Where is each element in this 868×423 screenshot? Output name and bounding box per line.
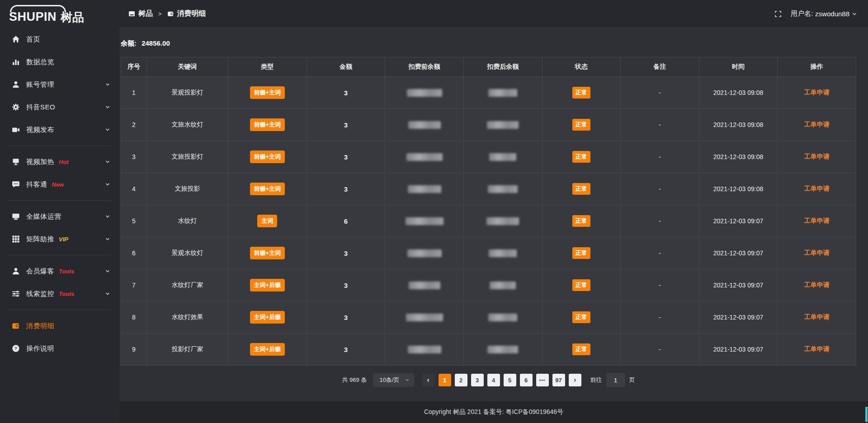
cell-status: 正常 <box>542 109 621 141</box>
sidebar-item-media-ops[interactable]: 全媒体运营 <box>0 205 119 228</box>
cell-balance-before <box>385 205 464 237</box>
cell-status: 正常 <box>542 237 621 269</box>
sidebar-item-clue-monitor[interactable]: 线索监控Tools <box>0 282 119 305</box>
table-row: 2文旅水纹灯前缀+主词3正常-2021-12-03 09:08工单申请 <box>121 109 856 141</box>
sidebar-item-consumption[interactable]: 消费明细 <box>0 315 119 337</box>
cell-index: 5 <box>121 205 147 237</box>
breadcrumb-separator: > <box>158 10 162 17</box>
status-badge: 正常 <box>572 87 590 99</box>
status-badge: 正常 <box>572 151 590 163</box>
sidebar-item-home[interactable]: 首页 <box>0 28 119 51</box>
table-row: 6景观水纹灯前缀+主词3正常-2021-12-03 09:07工单申请 <box>121 237 856 269</box>
page-button-1[interactable]: 1 <box>439 374 451 386</box>
sidebar-item-data-overview[interactable]: 数据总览 <box>0 51 119 73</box>
sidebar-item-label: 数据总览 <box>26 58 54 66</box>
redacted-value <box>407 89 442 97</box>
prev-page-button[interactable] <box>422 374 435 386</box>
column-header: 扣费后余额 <box>463 57 542 77</box>
fullscreen-icon[interactable] <box>774 10 782 18</box>
sidebar-item-matrix-boost[interactable]: 矩阵助推VIP <box>0 228 119 250</box>
pagination: 共 969 条 10条/页 123456•••97 前往 页 <box>121 373 856 387</box>
work-order-link[interactable]: 工单申请 <box>804 89 830 96</box>
sidebar-item-label: 账号管理 <box>26 80 54 89</box>
table-row: 9投影灯厂家主词+后缀3正常-2021-12-03 09:07工单申请 <box>121 334 856 366</box>
username-value: zswodun88 <box>815 10 849 18</box>
cell-index: 1 <box>121 77 147 109</box>
work-order-link[interactable]: 工单申请 <box>804 281 830 288</box>
type-badge: 主词+后缀 <box>250 279 285 291</box>
work-order-link[interactable]: 工单申请 <box>804 217 830 224</box>
cell-amount: 6 <box>307 205 385 237</box>
sidebar-item-douketong[interactable]: 抖客通New <box>0 173 119 196</box>
user-menu[interactable]: 用户名: zswodun88 <box>791 9 857 18</box>
work-order-link[interactable]: 工单申请 <box>804 153 830 160</box>
content: 余额: 24856.00 序号关键词类型金额扣费前余额扣费后余额状态备注时间操作… <box>119 28 868 401</box>
cell-amount: 3 <box>307 269 385 301</box>
page-button-2[interactable]: 2 <box>455 374 467 386</box>
cell-type: 前缀+主词 <box>228 237 307 269</box>
work-order-link[interactable]: 工单申请 <box>804 345 830 352</box>
redacted-value <box>406 217 443 225</box>
sliders-icon <box>12 290 20 298</box>
cell-index: 8 <box>121 301 147 334</box>
work-order-link[interactable]: 工单申请 <box>804 121 830 128</box>
page-button-97[interactable]: 97 <box>552 374 565 386</box>
sidebar-item-video-heat[interactable]: 视频加热Hot <box>0 150 119 173</box>
sidebar-item-member-baoke[interactable]: 会员爆客Tools <box>0 260 119 282</box>
sidebar-item-help[interactable]: ?操作说明 <box>0 337 119 360</box>
next-page-button[interactable] <box>569 374 581 386</box>
work-order-link[interactable]: 工单申请 <box>804 249 830 256</box>
scrollbar-thumb[interactable] <box>865 407 868 422</box>
chevron-right-icon <box>572 378 577 383</box>
status-badge: 正常 <box>572 247 590 259</box>
breadcrumb-item[interactable]: 树品 <box>128 9 153 19</box>
sidebar-item-badge: Hot <box>59 159 69 165</box>
status-badge: 正常 <box>572 343 590 355</box>
breadcrumb-label: 消费明细 <box>177 9 206 19</box>
cell-status: 正常 <box>542 334 621 366</box>
page-size-select[interactable]: 10条/页 <box>373 373 414 387</box>
sidebar: SHUPIN 树品 首页数据总览账号管理抖音SEO视频发布视频加热Hot抖客通N… <box>0 0 119 423</box>
cell-balance-before <box>385 173 464 205</box>
topbar-right: 用户名: zswodun88 <box>774 9 857 18</box>
jump-page-input[interactable] <box>606 373 625 387</box>
work-order-link[interactable]: 工单申请 <box>804 313 830 320</box>
breadcrumb-item[interactable]: 消费明细 <box>167 9 206 19</box>
column-header: 备注 <box>621 57 699 77</box>
sidebar-item-account[interactable]: 账号管理 <box>0 73 119 96</box>
sidebar-item-video-publish[interactable]: 视频发布 <box>0 118 119 141</box>
cell-balance-after <box>463 205 542 237</box>
cell-remark: - <box>621 334 699 366</box>
redacted-value <box>486 217 519 225</box>
page-button-5[interactable]: 5 <box>504 374 516 386</box>
cell-balance-before <box>385 301 464 334</box>
svg-text:?: ? <box>14 346 17 351</box>
cell-amount: 3 <box>307 77 385 109</box>
footer: Copyright 树品 2021 备案号: 粤ICP备09019646号 <box>119 401 868 423</box>
page-button-6[interactable]: 6 <box>520 374 533 386</box>
cell-remark: - <box>621 205 699 237</box>
work-order-link[interactable]: 工单申请 <box>804 185 830 192</box>
cell-index: 9 <box>121 334 147 366</box>
help-icon: ? <box>12 344 20 352</box>
page-button-3[interactable]: 3 <box>471 374 484 386</box>
cell-type: 主词 <box>228 205 307 237</box>
more-pages-button[interactable]: ••• <box>536 374 549 386</box>
cell-time: 2021-12-03 09:08 <box>699 77 778 109</box>
status-badge: 正常 <box>572 215 590 227</box>
redacted-value <box>406 314 443 321</box>
cell-balance-after <box>463 301 542 334</box>
sidebar-item-douyin-seo[interactable]: 抖音SEO <box>0 96 119 118</box>
page-button-4[interactable]: 4 <box>487 374 500 386</box>
cell-time: 2021-12-03 09:08 <box>699 141 778 173</box>
cell-type: 前缀+主词 <box>228 109 307 141</box>
cell-action: 工单申请 <box>778 205 856 237</box>
cell-balance-after <box>463 109 542 141</box>
cell-time: 2021-12-03 09:07 <box>699 205 778 237</box>
redacted-value <box>408 346 441 353</box>
sidebar-item-badge: VIP <box>59 236 68 243</box>
cell-balance-after <box>463 334 542 366</box>
cell-remark: - <box>621 237 699 269</box>
cell-action: 工单申请 <box>778 334 856 366</box>
cell-balance-before <box>385 334 464 366</box>
